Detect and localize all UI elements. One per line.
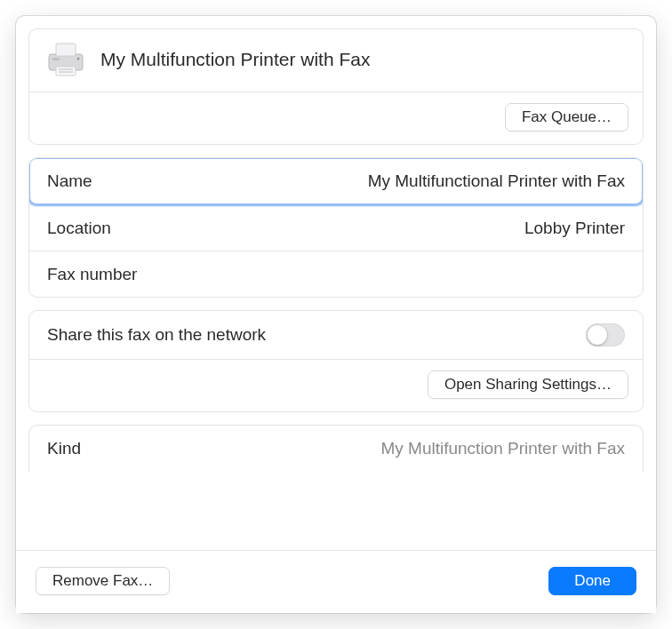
kind-row: Kind My Multifunction Printer with Fax — [29, 426, 643, 472]
kind-label: Kind — [47, 439, 81, 458]
fields-panel: Name My Multifunctional Printer with Fax… — [28, 157, 644, 298]
name-row[interactable]: Name My Multifunctional Printer with Fax — [29, 158, 643, 204]
fax-number-label: Fax number — [47, 265, 137, 284]
svg-rect-2 — [56, 67, 76, 76]
name-value: My Multifunctional Printer with Fax — [368, 171, 625, 191]
share-toggle-knob — [588, 325, 607, 345]
share-toggle[interactable] — [586, 323, 625, 346]
header-panel: My Multifunction Printer with Fax Fax Qu… — [28, 28, 644, 145]
dialog-content: My Multifunction Printer with Fax Fax Qu… — [16, 16, 656, 550]
share-label: Share this fax on the network — [47, 325, 266, 345]
kind-value: My Multifunction Printer with Fax — [380, 439, 625, 458]
header-title: My Multifunction Printer with Fax — [100, 49, 370, 70]
remove-fax-button[interactable]: Remove Fax… — [36, 567, 170, 595]
done-button[interactable]: Done — [548, 567, 636, 595]
fax-options-dialog: My Multifunction Printer with Fax Fax Qu… — [16, 16, 656, 613]
svg-rect-6 — [52, 58, 60, 60]
dialog-footer: Remove Fax… Done — [16, 550, 656, 613]
fax-number-row[interactable]: Fax number — [29, 251, 643, 297]
header-row: My Multifunction Printer with Fax — [29, 29, 643, 92]
kind-panel: Kind My Multifunction Printer with Fax — [28, 425, 644, 472]
svg-point-5 — [77, 58, 80, 60]
fax-queue-row: Fax Queue… — [29, 92, 643, 144]
open-sharing-settings-button[interactable]: Open Sharing Settings… — [428, 370, 628, 399]
location-value: Lobby Printer — [524, 219, 625, 238]
name-label: Name — [47, 171, 92, 191]
location-label: Location — [47, 219, 111, 238]
share-row: Share this fax on the network — [29, 311, 643, 359]
fax-queue-button[interactable]: Fax Queue… — [505, 103, 628, 131]
fax-printer-icon — [45, 42, 86, 77]
share-settings-row: Open Sharing Settings… — [29, 359, 643, 411]
svg-rect-1 — [56, 44, 76, 56]
location-row[interactable]: Location Lobby Printer — [29, 204, 643, 251]
sharing-panel: Share this fax on the network Open Shari… — [28, 310, 644, 412]
